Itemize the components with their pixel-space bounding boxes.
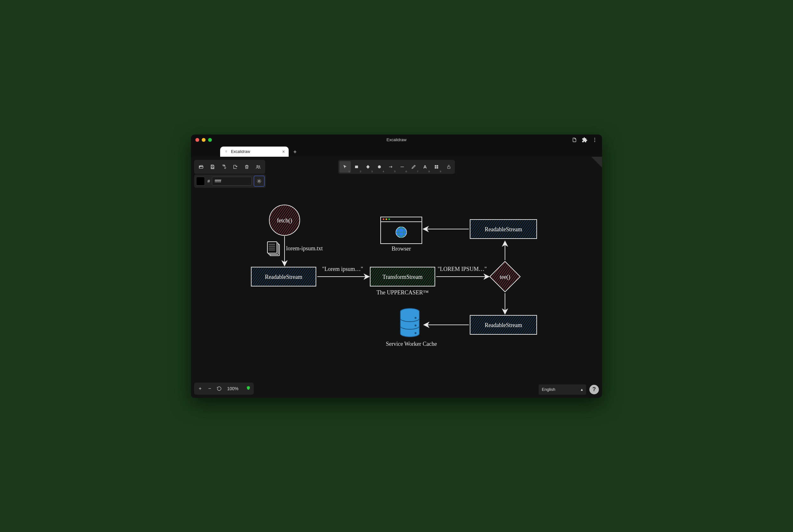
svg-point-37: [386, 218, 387, 220]
cache-label: Service Worker Cache: [386, 341, 437, 347]
svg-text:tee(): tee(): [500, 274, 510, 281]
tab-title: Excalidraw: [231, 149, 250, 154]
help-button[interactable]: ?: [589, 385, 599, 394]
new-tab-button[interactable]: +: [291, 148, 299, 157]
diagram: fetch() lorem-ipsum.txt: [191, 157, 602, 398]
node-readablestream-2: ReadableStream: [470, 220, 537, 239]
node-readablestream-3: ReadableStream: [470, 315, 537, 334]
titlebar: Excalidraw: [191, 134, 602, 145]
window-close-button[interactable]: [195, 138, 199, 142]
svg-text:ReadableStream: ReadableStream: [265, 274, 302, 280]
svg-point-3: [226, 151, 227, 152]
window-title: Excalidraw: [387, 137, 407, 142]
svg-point-46: [414, 325, 417, 326]
node-transformstream: TransformStream: [370, 267, 435, 286]
titlebar-actions: [572, 137, 598, 143]
file-icon: lorem-ipsum.txt: [267, 242, 323, 256]
node-fetch: fetch(): [269, 205, 300, 235]
svg-text:TransformStream: TransformStream: [383, 274, 423, 280]
canvas[interactable]: fetch() lorem-ipsum.txt: [191, 157, 602, 398]
svg-text:fetch(): fetch(): [277, 217, 292, 224]
more-menu-icon[interactable]: [592, 137, 598, 143]
zoom-level: 100%: [224, 386, 242, 391]
label-lorem-lower: "Lorem ipsum…": [322, 266, 363, 272]
svg-point-2: [595, 141, 595, 142]
node-readablestream-1: ReadableStream: [251, 267, 316, 286]
window-minimize-button[interactable]: [202, 138, 206, 142]
label-lorem-upper: "LOREM IPSUM…": [438, 266, 487, 272]
zoom-reset-button[interactable]: [214, 384, 224, 393]
new-document-icon[interactable]: [572, 137, 577, 143]
browser-label: Browser: [392, 246, 411, 252]
svg-text:ReadableStream: ReadableStream: [485, 226, 522, 232]
tab-strip: Excalidraw × +: [191, 145, 602, 157]
file-label: lorem-ipsum.txt: [286, 245, 323, 251]
browser-window: Excalidraw Excalidraw × +: [191, 134, 602, 398]
tab-favicon: [224, 149, 228, 154]
language-value: English: [542, 387, 556, 392]
svg-text:ReadableStream: ReadableStream: [485, 322, 522, 328]
node-tee: tee(): [490, 261, 520, 292]
tab-close-icon[interactable]: ×: [281, 149, 286, 154]
zoom-out-button[interactable]: −: [205, 384, 214, 393]
window-maximize-button[interactable]: [208, 138, 212, 142]
footer-right: English ▴ ?: [539, 384, 599, 395]
transform-caption: The UPPERCASER™: [376, 289, 428, 296]
browser-tab[interactable]: Excalidraw ×: [220, 147, 289, 157]
zoom-in-button[interactable]: +: [195, 384, 205, 393]
svg-point-36: [383, 218, 384, 220]
chevron-up-icon: ▴: [581, 387, 583, 392]
svg-point-38: [389, 218, 390, 220]
svg-point-47: [414, 332, 417, 334]
traffic-lights: [195, 138, 212, 142]
zoom-toolbar: + − 100%: [194, 383, 254, 395]
excalidraw-app: # 1 2 3 4: [191, 157, 602, 398]
svg-point-0: [595, 138, 595, 138]
svg-rect-22: [267, 242, 277, 253]
svg-point-45: [414, 317, 417, 319]
svg-point-1: [595, 139, 595, 140]
extensions-icon[interactable]: [582, 137, 587, 143]
language-select[interactable]: English ▴: [539, 384, 586, 395]
node-browser: [381, 217, 422, 244]
encryption-shield-icon[interactable]: [244, 386, 252, 391]
node-cache: [400, 308, 419, 337]
